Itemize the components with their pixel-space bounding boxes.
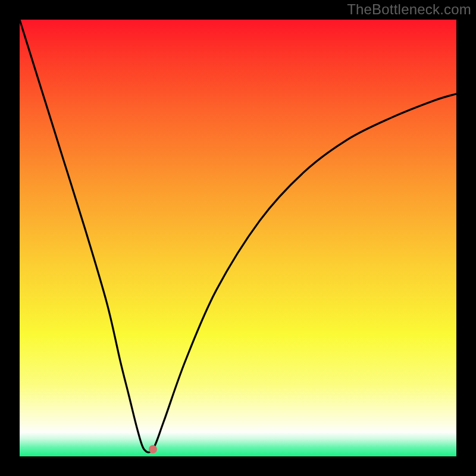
chart-frame: TheBottleneck.com: [0, 0, 476, 476]
bottleneck-curve: [20, 20, 456, 456]
plot-area: [20, 20, 456, 456]
watermark-text: TheBottleneck.com: [347, 1, 471, 18]
minimum-marker-dot: [149, 445, 157, 453]
